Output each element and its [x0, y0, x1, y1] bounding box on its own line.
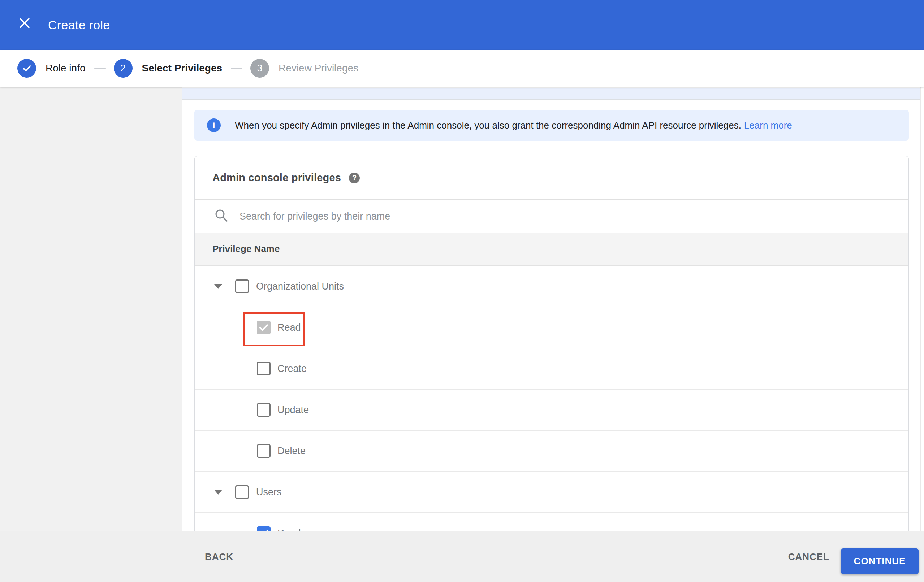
privilege-label: Update — [277, 404, 309, 415]
users-read-checkbox-checked[interactable] — [257, 526, 271, 531]
search-icon — [214, 208, 229, 224]
info-icon: i — [207, 119, 221, 132]
delete-checkbox[interactable] — [257, 444, 271, 458]
learn-more-link[interactable]: Learn more — [744, 120, 792, 131]
cancel-button[interactable]: CANCEL — [788, 531, 829, 582]
card-header: Admin console privileges ? — [195, 156, 909, 199]
organizational-units-checkbox[interactable] — [235, 279, 249, 293]
scrollbar-gutter[interactable] — [920, 87, 921, 531]
scrolled-section-strip — [182, 88, 920, 100]
step-connector — [231, 68, 243, 69]
users-checkbox[interactable] — [235, 485, 249, 499]
privilege-row-update: Update — [195, 389, 909, 431]
privilege-row-organizational-units: Organizational Units — [195, 266, 909, 307]
back-button[interactable]: BACK — [205, 531, 233, 582]
step-1-label[interactable]: Role info — [46, 63, 86, 74]
left-spacer-panel — [0, 87, 182, 531]
privilege-search-input[interactable] — [239, 211, 781, 222]
privilege-rows: Organizational Units Read Create — [195, 266, 909, 531]
privilege-label: Create — [277, 363, 307, 374]
column-header-privilege-name: Privilege Name — [213, 243, 280, 254]
info-banner-text: When you specify Admin privileges in the… — [235, 120, 792, 131]
close-icon[interactable] — [18, 16, 31, 30]
collapse-arrow-icon[interactable] — [214, 490, 222, 495]
card-title: Admin console privileges — [213, 172, 341, 184]
step-2-circle[interactable]: 2 — [114, 59, 132, 77]
dialog-title: Create role — [48, 0, 110, 50]
info-banner-message: When you specify Admin privileges in the… — [235, 120, 741, 131]
create-role-dialog: Create role Role info 2 Select Privilege… — [0, 0, 924, 582]
privilege-row-users-read: Read — [195, 513, 909, 531]
step-3-label[interactable]: Review Privileges — [279, 63, 358, 74]
read-checkbox-checked-disabled[interactable] — [257, 321, 271, 334]
privilege-label: Delete — [277, 445, 305, 457]
continue-button[interactable]: CONTINUE — [841, 548, 919, 574]
privilege-row-users: Users — [195, 472, 909, 513]
admin-console-privileges-card: Admin console privileges ? Privilege Nam… — [194, 156, 909, 531]
info-banner: i When you specify Admin privileges in t… — [194, 110, 909, 141]
privileges-scroll-area: i When you specify Admin privileges in t… — [182, 87, 924, 531]
step-3-circle[interactable]: 3 — [250, 59, 269, 77]
table-header-row: Privilege Name — [195, 232, 909, 266]
privilege-row-create: Create — [195, 348, 909, 389]
privilege-row-read: Read — [195, 307, 909, 348]
privilege-label: Read — [277, 322, 301, 333]
privilege-row-delete: Delete — [195, 431, 909, 472]
update-checkbox[interactable] — [257, 403, 271, 417]
privilege-label: Organizational Units — [256, 281, 344, 292]
collapse-arrow-icon[interactable] — [214, 284, 222, 289]
step-2-label[interactable]: Select Privileges — [142, 63, 223, 74]
create-checkbox[interactable] — [257, 362, 271, 376]
privilege-label: Users — [256, 487, 282, 498]
privilege-search-row — [195, 200, 909, 232]
stepper: Role info 2 Select Privileges 3 Review P… — [0, 50, 924, 87]
footer-bar — [0, 531, 924, 582]
help-icon[interactable]: ? — [349, 173, 360, 183]
step-1-done-check-icon[interactable] — [17, 59, 36, 77]
dialog-header: Create role — [0, 0, 924, 50]
privilege-label: Read — [277, 528, 301, 532]
step-connector — [94, 68, 106, 69]
